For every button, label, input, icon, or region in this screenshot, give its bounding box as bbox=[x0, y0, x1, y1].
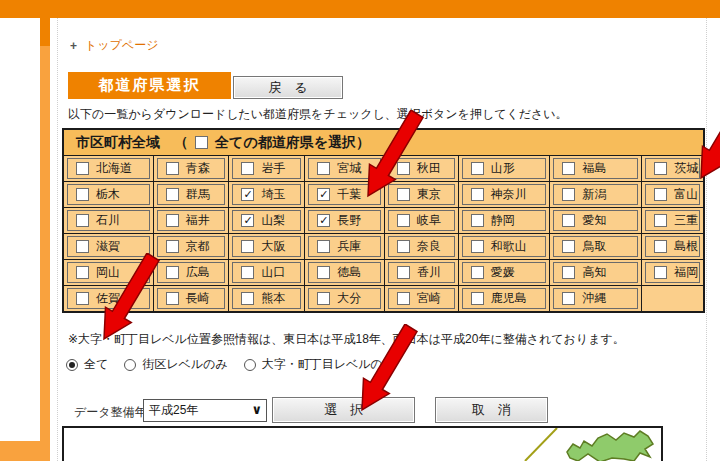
prefecture-checkbox[interactable] bbox=[397, 266, 410, 279]
prefecture-checkbox[interactable]: ✓ bbox=[241, 188, 254, 201]
prefecture-option[interactable]: 茨城 bbox=[645, 158, 700, 179]
prefecture-checkbox[interactable] bbox=[76, 188, 89, 201]
prefecture-option[interactable]: 島根 bbox=[645, 236, 700, 257]
prefecture-option[interactable]: 愛知 bbox=[553, 210, 638, 231]
prefecture-checkbox[interactable] bbox=[471, 240, 484, 253]
level-radio-option[interactable]: 全て bbox=[66, 356, 108, 373]
prefecture-option[interactable]: 兵庫 bbox=[308, 236, 381, 257]
back-button[interactable]: 戻 る bbox=[233, 76, 343, 99]
prefecture-option[interactable]: 鳥取 bbox=[553, 236, 638, 257]
prefecture-option[interactable]: 大阪 bbox=[232, 236, 301, 257]
prefecture-option[interactable]: 新潟 bbox=[553, 184, 638, 205]
cancel-button[interactable]: 取 消 bbox=[435, 397, 548, 423]
prefecture-checkbox[interactable] bbox=[166, 266, 179, 279]
prefecture-checkbox[interactable] bbox=[166, 292, 179, 305]
prefecture-option[interactable]: 石川 bbox=[67, 210, 150, 231]
prefecture-option[interactable]: 北海道 bbox=[67, 158, 150, 179]
top-page-link[interactable]: トップページ bbox=[85, 37, 158, 54]
prefecture-checkbox[interactable] bbox=[654, 162, 667, 175]
prefecture-checkbox[interactable] bbox=[166, 240, 179, 253]
prefecture-option[interactable]: 青森 bbox=[157, 158, 226, 179]
prefecture-option[interactable]: 佐賀 bbox=[67, 288, 150, 309]
prefecture-option[interactable]: 熊本 bbox=[232, 288, 301, 309]
prefecture-option[interactable]: 徳島 bbox=[308, 262, 381, 283]
select-button[interactable]: 選 択 bbox=[272, 397, 415, 423]
prefecture-option[interactable]: 福岡 bbox=[645, 262, 700, 283]
prefecture-checkbox[interactable] bbox=[241, 162, 254, 175]
radio-icon[interactable] bbox=[244, 359, 256, 371]
prefecture-option[interactable]: 高知 bbox=[553, 262, 638, 283]
prefecture-option[interactable]: 神奈川 bbox=[462, 184, 547, 205]
prefecture-option[interactable]: 宮城 bbox=[308, 158, 381, 179]
prefecture-checkbox[interactable] bbox=[241, 292, 254, 305]
prefecture-option[interactable]: 大分 bbox=[308, 288, 381, 309]
prefecture-option[interactable]: 広島 bbox=[157, 262, 226, 283]
prefecture-option[interactable]: ✓千葉 bbox=[308, 184, 381, 205]
prefecture-checkbox[interactable] bbox=[76, 162, 89, 175]
prefecture-option[interactable]: ✓埼玉 bbox=[232, 184, 301, 205]
level-radio-option[interactable]: 大字・町丁目レベルのみ bbox=[244, 356, 395, 373]
prefecture-option[interactable]: 長崎 bbox=[157, 288, 226, 309]
prefecture-option[interactable]: 沖縄 bbox=[553, 288, 638, 309]
prefecture-checkbox[interactable] bbox=[241, 240, 254, 253]
prefecture-checkbox[interactable] bbox=[654, 188, 667, 201]
prefecture-checkbox[interactable]: ✓ bbox=[241, 214, 254, 227]
prefecture-checkbox[interactable] bbox=[76, 266, 89, 279]
prefecture-option[interactable]: 岩手 bbox=[232, 158, 301, 179]
prefecture-option[interactable]: ✓長野 bbox=[308, 210, 381, 231]
prefecture-option[interactable]: 和歌山 bbox=[462, 236, 547, 257]
level-radio-option[interactable]: 街区レベルのみ bbox=[124, 356, 227, 373]
prefecture-option[interactable]: 東京 bbox=[388, 184, 455, 205]
prefecture-checkbox[interactable] bbox=[317, 266, 330, 279]
prefecture-checkbox[interactable] bbox=[562, 240, 575, 253]
prefecture-checkbox[interactable] bbox=[471, 162, 484, 175]
prefecture-option[interactable]: 岐阜 bbox=[388, 210, 455, 231]
prefecture-checkbox[interactable] bbox=[397, 292, 410, 305]
prefecture-option[interactable]: ✓山梨 bbox=[232, 210, 301, 231]
year-select[interactable]: 平成25年 ∨ bbox=[143, 399, 267, 422]
prefecture-checkbox[interactable] bbox=[654, 214, 667, 227]
prefecture-checkbox[interactable]: ✓ bbox=[317, 214, 330, 227]
prefecture-checkbox[interactable] bbox=[471, 214, 484, 227]
prefecture-checkbox[interactable] bbox=[562, 292, 575, 305]
prefecture-checkbox[interactable] bbox=[654, 266, 667, 279]
prefecture-checkbox[interactable] bbox=[397, 162, 410, 175]
prefecture-checkbox[interactable] bbox=[317, 162, 330, 175]
prefecture-checkbox[interactable] bbox=[471, 266, 484, 279]
prefecture-checkbox[interactable] bbox=[654, 240, 667, 253]
prefecture-checkbox[interactable] bbox=[397, 188, 410, 201]
prefecture-checkbox[interactable] bbox=[317, 292, 330, 305]
prefecture-checkbox[interactable] bbox=[562, 162, 575, 175]
prefecture-option[interactable]: 滋賀 bbox=[67, 236, 150, 257]
prefecture-option[interactable]: 富山 bbox=[645, 184, 700, 205]
radio-icon[interactable] bbox=[66, 359, 78, 371]
prefecture-checkbox[interactable] bbox=[471, 292, 484, 305]
prefecture-option[interactable]: 京都 bbox=[157, 236, 226, 257]
prefecture-checkbox[interactable] bbox=[562, 214, 575, 227]
radio-icon[interactable] bbox=[124, 359, 136, 371]
select-all-checkbox[interactable] bbox=[195, 136, 208, 149]
prefecture-checkbox[interactable] bbox=[76, 240, 89, 253]
prefecture-checkbox[interactable] bbox=[397, 240, 410, 253]
prefecture-option[interactable]: 岡山 bbox=[67, 262, 150, 283]
prefecture-checkbox[interactable] bbox=[397, 214, 410, 227]
prefecture-checkbox[interactable] bbox=[166, 214, 179, 227]
prefecture-checkbox[interactable] bbox=[241, 266, 254, 279]
prefecture-checkbox[interactable] bbox=[562, 266, 575, 279]
prefecture-option[interactable]: 愛媛 bbox=[462, 262, 547, 283]
prefecture-checkbox[interactable] bbox=[317, 240, 330, 253]
prefecture-option[interactable]: 宮崎 bbox=[388, 288, 455, 309]
prefecture-checkbox[interactable] bbox=[562, 188, 575, 201]
prefecture-option[interactable]: 山形 bbox=[462, 158, 547, 179]
prefecture-checkbox[interactable]: ✓ bbox=[317, 188, 330, 201]
prefecture-checkbox[interactable] bbox=[471, 188, 484, 201]
prefecture-checkbox[interactable] bbox=[76, 214, 89, 227]
prefecture-option[interactable]: 福井 bbox=[157, 210, 226, 231]
prefecture-option[interactable]: 静岡 bbox=[462, 210, 547, 231]
prefecture-checkbox[interactable] bbox=[166, 188, 179, 201]
prefecture-checkbox[interactable] bbox=[166, 162, 179, 175]
prefecture-option[interactable]: 秋田 bbox=[388, 158, 455, 179]
prefecture-option[interactable]: 群馬 bbox=[157, 184, 226, 205]
prefecture-option[interactable]: 奈良 bbox=[388, 236, 455, 257]
prefecture-option[interactable]: 福島 bbox=[553, 158, 638, 179]
